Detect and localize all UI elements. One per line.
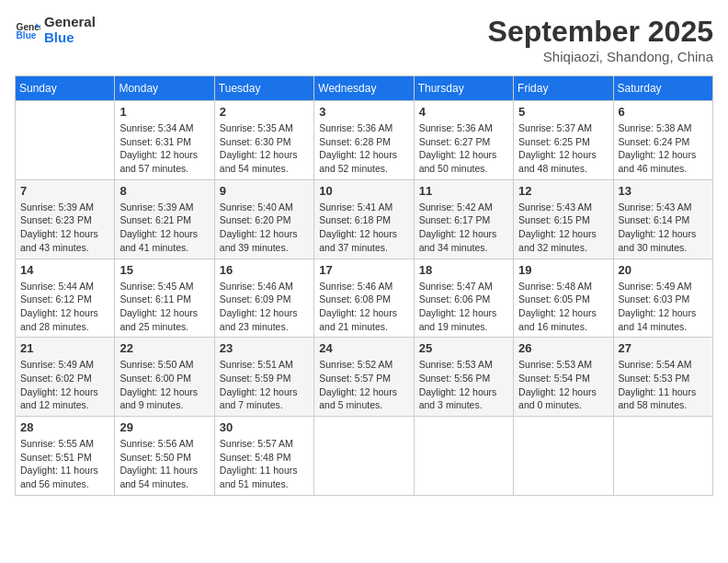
- table-row: 9Sunrise: 5:40 AM Sunset: 6:20 PM Daylig…: [214, 179, 313, 259]
- table-row: [314, 417, 414, 496]
- day-number: 25: [419, 341, 508, 355]
- day-info: Sunrise: 5:37 AM Sunset: 6:25 PM Dayligh…: [518, 121, 608, 176]
- title-block: September 2025 Shiqiaozi, Shandong, Chin…: [488, 15, 713, 64]
- calendar-week-4: 21Sunrise: 5:49 AM Sunset: 6:02 PM Dayli…: [16, 338, 713, 417]
- col-saturday: Saturday: [613, 76, 712, 101]
- day-number: 28: [20, 420, 109, 434]
- day-info: Sunrise: 5:46 AM Sunset: 6:09 PM Dayligh…: [220, 280, 309, 334]
- table-row: 6Sunrise: 5:38 AM Sunset: 6:24 PM Daylig…: [613, 101, 712, 180]
- day-info: Sunrise: 5:39 AM Sunset: 6:21 PM Dayligh…: [119, 201, 209, 255]
- table-row: 16Sunrise: 5:46 AM Sunset: 6:09 PM Dayli…: [214, 259, 313, 338]
- day-number: 21: [20, 341, 109, 355]
- table-row: 18Sunrise: 5:47 AM Sunset: 6:06 PM Dayli…: [414, 259, 513, 338]
- day-info: Sunrise: 5:43 AM Sunset: 6:15 PM Dayligh…: [518, 201, 608, 255]
- table-row: 4Sunrise: 5:36 AM Sunset: 6:27 PM Daylig…: [414, 101, 513, 180]
- day-number: 3: [319, 105, 408, 119]
- table-row: 26Sunrise: 5:53 AM Sunset: 5:54 PM Dayli…: [514, 338, 613, 417]
- day-number: 9: [220, 184, 309, 198]
- day-number: 8: [119, 184, 209, 198]
- day-info: Sunrise: 5:36 AM Sunset: 6:27 PM Dayligh…: [419, 121, 508, 176]
- day-info: Sunrise: 5:38 AM Sunset: 6:24 PM Dayligh…: [619, 121, 708, 176]
- table-row: 7Sunrise: 5:39 AM Sunset: 6:23 PM Daylig…: [16, 179, 115, 259]
- logo-blue: Blue: [44, 30, 96, 46]
- day-number: 17: [319, 263, 408, 277]
- month-title: September 2025: [488, 15, 713, 49]
- col-monday: Monday: [115, 76, 214, 101]
- table-row: 15Sunrise: 5:45 AM Sunset: 6:11 PM Dayli…: [115, 259, 214, 338]
- day-number: 18: [419, 263, 508, 277]
- table-row: 23Sunrise: 5:51 AM Sunset: 5:59 PM Dayli…: [214, 338, 313, 417]
- day-number: 20: [619, 263, 708, 277]
- table-row: 29Sunrise: 5:56 AM Sunset: 5:50 PM Dayli…: [115, 417, 214, 496]
- calendar-week-3: 14Sunrise: 5:44 AM Sunset: 6:12 PM Dayli…: [16, 259, 713, 338]
- day-number: 16: [220, 263, 309, 277]
- table-row: 17Sunrise: 5:46 AM Sunset: 6:08 PM Dayli…: [314, 259, 414, 338]
- table-row: 13Sunrise: 5:43 AM Sunset: 6:14 PM Dayli…: [613, 179, 712, 259]
- calendar-header-row: Sunday Monday Tuesday Wednesday Thursday…: [16, 76, 713, 101]
- day-info: Sunrise: 5:42 AM Sunset: 6:17 PM Dayligh…: [419, 201, 508, 255]
- day-number: 29: [119, 420, 209, 434]
- table-row: 28Sunrise: 5:55 AM Sunset: 5:51 PM Dayli…: [16, 417, 115, 496]
- svg-text:Blue: Blue: [17, 30, 37, 40]
- day-info: Sunrise: 5:48 AM Sunset: 6:05 PM Dayligh…: [518, 280, 608, 334]
- table-row: [613, 417, 712, 496]
- table-row: 10Sunrise: 5:41 AM Sunset: 6:18 PM Dayli…: [314, 179, 414, 259]
- day-number: 5: [518, 105, 608, 119]
- day-number: 27: [619, 341, 708, 355]
- table-row: [16, 101, 115, 180]
- day-number: 7: [20, 184, 109, 198]
- day-info: Sunrise: 5:40 AM Sunset: 6:20 PM Dayligh…: [220, 201, 309, 255]
- day-info: Sunrise: 5:57 AM Sunset: 5:48 PM Dayligh…: [220, 437, 309, 491]
- day-number: 6: [619, 105, 708, 119]
- table-row: 19Sunrise: 5:48 AM Sunset: 6:05 PM Dayli…: [514, 259, 613, 338]
- day-info: Sunrise: 5:50 AM Sunset: 6:00 PM Dayligh…: [119, 358, 209, 412]
- table-row: 20Sunrise: 5:49 AM Sunset: 6:03 PM Dayli…: [613, 259, 712, 338]
- calendar-week-1: 1Sunrise: 5:34 AM Sunset: 6:31 PM Daylig…: [16, 101, 713, 180]
- day-number: 19: [518, 263, 608, 277]
- table-row: 30Sunrise: 5:57 AM Sunset: 5:48 PM Dayli…: [214, 417, 313, 496]
- day-number: 14: [20, 263, 109, 277]
- location-subtitle: Shiqiaozi, Shandong, China: [488, 49, 713, 64]
- day-info: Sunrise: 5:53 AM Sunset: 5:54 PM Dayligh…: [518, 358, 608, 412]
- table-row: 11Sunrise: 5:42 AM Sunset: 6:17 PM Dayli…: [414, 179, 513, 259]
- col-wednesday: Wednesday: [314, 76, 414, 101]
- calendar-week-5: 28Sunrise: 5:55 AM Sunset: 5:51 PM Dayli…: [16, 417, 713, 496]
- day-number: 30: [220, 420, 309, 434]
- day-number: 24: [319, 341, 408, 355]
- day-number: 2: [220, 105, 309, 119]
- page-header: General Blue General Blue September 2025…: [15, 15, 713, 64]
- day-info: Sunrise: 5:47 AM Sunset: 6:06 PM Dayligh…: [419, 280, 508, 334]
- day-info: Sunrise: 5:35 AM Sunset: 6:30 PM Dayligh…: [220, 121, 309, 176]
- calendar-week-2: 7Sunrise: 5:39 AM Sunset: 6:23 PM Daylig…: [16, 179, 713, 259]
- day-info: Sunrise: 5:41 AM Sunset: 6:18 PM Dayligh…: [319, 201, 408, 255]
- day-number: 10: [319, 184, 408, 198]
- logo: General Blue General Blue: [15, 15, 96, 45]
- table-row: 25Sunrise: 5:53 AM Sunset: 5:56 PM Dayli…: [414, 338, 513, 417]
- table-row: 27Sunrise: 5:54 AM Sunset: 5:53 PM Dayli…: [613, 338, 712, 417]
- day-info: Sunrise: 5:54 AM Sunset: 5:53 PM Dayligh…: [619, 358, 708, 412]
- logo-text: General: [44, 15, 96, 30]
- table-row: 1Sunrise: 5:34 AM Sunset: 6:31 PM Daylig…: [115, 101, 214, 180]
- day-info: Sunrise: 5:51 AM Sunset: 5:59 PM Dayligh…: [220, 358, 309, 412]
- day-number: 1: [119, 105, 209, 119]
- col-friday: Friday: [514, 76, 613, 101]
- table-row: 8Sunrise: 5:39 AM Sunset: 6:21 PM Daylig…: [115, 179, 214, 259]
- day-info: Sunrise: 5:46 AM Sunset: 6:08 PM Dayligh…: [319, 280, 408, 334]
- day-info: Sunrise: 5:36 AM Sunset: 6:28 PM Dayligh…: [319, 121, 408, 176]
- table-row: [514, 417, 613, 496]
- table-row: 2Sunrise: 5:35 AM Sunset: 6:30 PM Daylig…: [214, 101, 313, 180]
- table-row: 21Sunrise: 5:49 AM Sunset: 6:02 PM Dayli…: [16, 338, 115, 417]
- day-info: Sunrise: 5:49 AM Sunset: 6:02 PM Dayligh…: [20, 358, 109, 412]
- col-sunday: Sunday: [16, 76, 115, 101]
- day-number: 23: [220, 341, 309, 355]
- day-number: 11: [419, 184, 508, 198]
- table-row: [414, 417, 513, 496]
- day-info: Sunrise: 5:55 AM Sunset: 5:51 PM Dayligh…: [20, 437, 109, 491]
- col-tuesday: Tuesday: [214, 76, 313, 101]
- day-info: Sunrise: 5:39 AM Sunset: 6:23 PM Dayligh…: [20, 201, 109, 255]
- day-info: Sunrise: 5:53 AM Sunset: 5:56 PM Dayligh…: [419, 358, 508, 412]
- day-info: Sunrise: 5:43 AM Sunset: 6:14 PM Dayligh…: [619, 201, 708, 255]
- table-row: 12Sunrise: 5:43 AM Sunset: 6:15 PM Dayli…: [514, 179, 613, 259]
- day-info: Sunrise: 5:45 AM Sunset: 6:11 PM Dayligh…: [119, 280, 209, 334]
- day-info: Sunrise: 5:49 AM Sunset: 6:03 PM Dayligh…: [619, 280, 708, 334]
